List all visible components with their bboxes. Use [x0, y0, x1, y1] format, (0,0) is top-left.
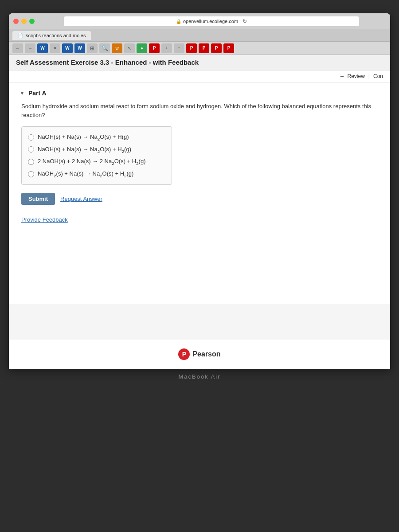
- pearson-p-icon: P: [178, 348, 190, 360]
- page-title: Self Assessment Exercise 3.3 - Enhanced …: [16, 59, 199, 66]
- arrow-icon[interactable]: ↖: [124, 43, 135, 53]
- lock-icon: 🔒: [176, 19, 181, 24]
- radio-option-3[interactable]: [28, 159, 34, 165]
- review-label: Review: [348, 73, 365, 79]
- plus-icon[interactable]: +: [161, 43, 172, 53]
- option-row: NaOH(s) + Na(s) → Na2O(s) + H2(g): [27, 144, 166, 156]
- word-icon-1[interactable]: W: [37, 43, 48, 53]
- submit-button[interactable]: Submit: [21, 193, 55, 205]
- page-header: Self Assessment Exercise 3.3 - Enhanced …: [9, 55, 390, 70]
- pearson-footer: P Pearson: [9, 340, 390, 369]
- bookmark-icon[interactable]: w: [112, 43, 122, 53]
- options-container: NaOH(s) + Na(s) → Na2O(s) + H(g) NaOH(s)…: [21, 126, 172, 185]
- question-text: Sodium hydroxide and sodium metal react …: [21, 102, 379, 119]
- p-icon-1[interactable]: P: [149, 43, 160, 53]
- provide-feedback-link[interactable]: Provide Feedback: [21, 216, 68, 223]
- part-header: ▼ Part A: [20, 90, 379, 97]
- provide-feedback-section: Provide Feedback: [21, 215, 379, 223]
- pearson-logo: P Pearson: [178, 348, 220, 360]
- p-icon-4[interactable]: P: [211, 43, 222, 53]
- pearson-label: Pearson: [192, 350, 220, 358]
- search-icon[interactable]: 🔍: [99, 43, 110, 53]
- option-1-text: NaOH(s) + Na(s) → Na2O(s) + H(g): [38, 133, 129, 141]
- address-bar[interactable]: 🔒 openvellum.ecollege.com ↻: [64, 16, 359, 26]
- radio-option-4[interactable]: [28, 171, 34, 177]
- radio-option-2[interactable]: [28, 146, 34, 153]
- address-text: openvellum.ecollege.com: [183, 19, 238, 24]
- reload-icon[interactable]: ↻: [243, 18, 247, 24]
- question-area: ▼ Part A Sodium hydroxide and sodium met…: [9, 82, 390, 304]
- browser-tab[interactable]: 📄 script's reactions and moles: [12, 31, 91, 40]
- back-button[interactable]: ←: [12, 43, 23, 53]
- radio-option-1[interactable]: [28, 134, 34, 141]
- review-link[interactable]: Review: [348, 73, 365, 79]
- word-icon-2[interactable]: W: [62, 43, 73, 53]
- globe-icon[interactable]: ●: [137, 43, 147, 53]
- maximize-button[interactable]: [29, 19, 35, 24]
- separator: |: [368, 73, 370, 79]
- menu-icon[interactable]: ≡: [174, 43, 184, 53]
- option-row: 2 NaOH(s) + 2 Na(s) → 2 Na2O(s) + H2(g): [27, 156, 166, 168]
- continue-link[interactable]: Con: [373, 73, 383, 79]
- part-label: Part A: [28, 90, 47, 97]
- request-answer-button[interactable]: Request Answer: [60, 196, 102, 202]
- collapse-arrow-icon[interactable]: ▼: [20, 90, 25, 96]
- p-icon-3[interactable]: P: [199, 43, 209, 53]
- minimize-button[interactable]: [21, 19, 27, 24]
- macbook-label: MacBook Air: [179, 369, 221, 389]
- close-tab-icon[interactable]: ✕: [50, 43, 60, 53]
- p-icon-2[interactable]: P: [186, 43, 197, 53]
- option-row: NaOH2(s) + Na(s) → Na2O(s) + H2(g): [27, 168, 166, 180]
- tab-label: script's reactions and moles: [26, 33, 86, 38]
- word-icon-3[interactable]: W: [74, 43, 85, 53]
- option-4-text: NaOH2(s) + Na(s) → Na2O(s) + H2(g): [38, 170, 133, 178]
- close-button[interactable]: [13, 19, 19, 24]
- tab-bar: 📄 script's reactions and moles: [9, 29, 390, 42]
- submit-row: Submit Request Answer: [21, 193, 379, 205]
- page-content: Self Assessment Exercise 3.3 - Enhanced …: [9, 55, 390, 369]
- continue-label: Con: [373, 73, 383, 79]
- screen-icon[interactable]: ⊞: [87, 43, 98, 53]
- option-2-text: NaOH(s) + Na(s) → Na2O(s) + H2(g): [38, 146, 131, 154]
- p-icon-5[interactable]: P: [223, 43, 234, 53]
- review-bar: ▪▪ Review | Con: [9, 70, 390, 82]
- option-row: NaOH(s) + Na(s) → Na2O(s) + H(g): [27, 131, 166, 144]
- review-icon: ▪▪: [340, 73, 344, 79]
- forward-button[interactable]: →: [25, 43, 35, 53]
- option-3-text: 2 NaOH(s) + 2 Na(s) → 2 Na2O(s) + H2(g): [38, 158, 146, 166]
- tab-favicon: 📄: [18, 33, 23, 38]
- toolbar: ← → W ✕ W W ⊞ 🔍 w ↖ ● P + ≡ P P P P: [9, 42, 390, 55]
